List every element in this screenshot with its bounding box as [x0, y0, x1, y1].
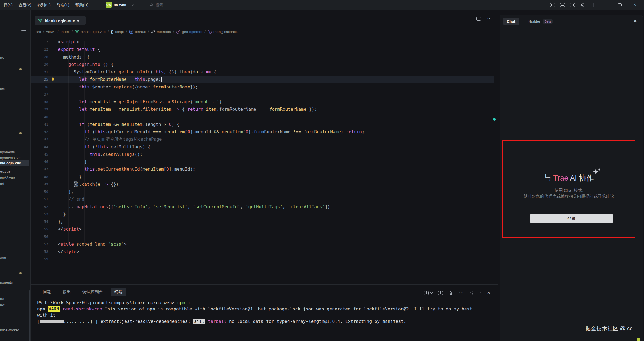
breadcrumb-item-src[interactable]: src	[36, 30, 41, 34]
sidebar-item[interactable]: orm	[0, 255, 29, 261]
chevron-down-icon[interactable]	[131, 3, 134, 6]
code-line-49[interactable]: 49 }).catch(e => {});	[31, 181, 494, 188]
breadcrumb-item-getLoginInfo[interactable]: fgetLoginInfo	[176, 30, 202, 34]
code-line-41[interactable]: 41 if (menuItem && menuItem.length > 0) …	[31, 121, 494, 128]
gutter-slot	[48, 143, 58, 151]
lightbulb-icon[interactable]	[51, 77, 55, 82]
sidebar-item[interactable]: exV2.vue	[0, 175, 29, 181]
code-line-36[interactable]: 36 this.$router.replace({name: formRoute…	[31, 83, 494, 91]
ai-tab-chat[interactable]: Chat	[503, 18, 519, 25]
close-panel-icon[interactable]: ×	[487, 290, 490, 296]
code-line-30[interactable]: 30 getLoginInfo () {	[31, 61, 494, 68]
menu-item-择(S)[interactable]: 择(S)	[1, 3, 16, 8]
code-line-43[interactable]: 43 // 单页面清空所有tags和cachePage	[31, 135, 494, 143]
code-line-59[interactable]: 59	[31, 255, 494, 263]
sidebar-item[interactable]: nts	[0, 86, 29, 92]
ai-tab-builder[interactable]: BuilderBeta	[525, 18, 556, 25]
breadcrumb-item-views[interactable]: views	[46, 30, 55, 34]
toggle-right-panel-button[interactable]	[570, 3, 575, 7]
code-line-12[interactable]: 12export default {	[31, 46, 494, 53]
lightbulb-slot[interactable]	[51, 77, 55, 83]
code-line-45[interactable]: 45 this.clearAllTags();	[31, 151, 494, 158]
breadcrumb-item-index[interactable]: index	[61, 30, 69, 34]
panel-tab-终端[interactable]: 终端	[111, 288, 126, 296]
more-actions-icon[interactable]: ⋯	[487, 17, 492, 20]
sidebar-item[interactable]: es	[0, 55, 29, 61]
code-line-57[interactable]: 57<style scoped lang="scss">	[31, 240, 494, 248]
sidebar-item[interactable]: nponents	[0, 149, 29, 155]
menu-item-帮助(H)[interactable]: 帮助(H)	[72, 3, 91, 8]
code-line-54[interactable]: 54};	[31, 218, 494, 225]
code-line-35[interactable]: 35 let formRouterName = this.page;	[31, 76, 494, 83]
restore-button[interactable]	[618, 3, 622, 6]
sidebar-item[interactable]: ort	[0, 181, 29, 187]
explorer-menu-icon[interactable]	[21, 29, 26, 33]
code-text: };	[58, 218, 63, 225]
toggle-left-panel-button[interactable]	[550, 3, 555, 7]
sidebar-item[interactable]: ne	[0, 296, 29, 302]
code-line-48[interactable]: 48 }	[31, 173, 494, 181]
toggle-bottom-panel-button[interactable]	[560, 3, 565, 7]
menu-item-转到(G)[interactable]: 转到(G)	[34, 3, 54, 8]
code-line-44[interactable]: 44 if (!this.getMultiTags) {	[31, 143, 494, 151]
close-window-button[interactable]: ×	[633, 2, 636, 8]
code-line-50[interactable]: 50 },	[31, 188, 494, 195]
code-line-7[interactable]: 7<script>	[31, 38, 494, 46]
project-badge[interactable]: OW	[106, 2, 112, 8]
trash-icon[interactable]	[449, 291, 453, 295]
code-line-51[interactable]: 51 // end	[31, 195, 494, 203]
code-line-31[interactable]: 31 SystemController.getLoginInfo(this, {…	[31, 68, 494, 76]
breadcrumb-item-default[interactable]: @default	[129, 30, 146, 34]
split-terminal-icon[interactable]	[438, 291, 443, 295]
menu-bar: 择(S)查看(V)转到(G)终端(T)帮助(H)	[1, 0, 91, 10]
unsaved-dot-icon[interactable]	[77, 20, 79, 22]
code-line-40[interactable]: 40	[31, 113, 494, 121]
gutter-slot	[48, 61, 58, 68]
more-actions-icon[interactable]: ⋯	[459, 292, 463, 294]
breadcrumb-item-thencallback[interactable]: fthen() callback	[208, 30, 238, 34]
code-line-52[interactable]: 52 ...mapMutations(['setUserInfo', 'setM…	[31, 203, 494, 210]
panel-tab-问题[interactable]: 问题	[39, 288, 55, 296]
code-line-38[interactable]: 38 let menuList = getObjectFromSessionSt…	[31, 98, 494, 106]
code-editor[interactable]: 7<script>12export default {28 methods: {…	[31, 38, 498, 275]
panel-tabs: 问题输出调试控制台终端	[39, 288, 126, 296]
panel-tab-输出[interactable]: 输出	[59, 288, 75, 296]
panel-tab-调试控制台[interactable]: 调试控制台	[78, 288, 107, 296]
gear-icon[interactable]	[580, 2, 585, 9]
code-line-55[interactable]: 55</script>	[31, 225, 494, 233]
code-line-47[interactable]: 47 this.setCurrentMenuId(menuItem[0].men…	[31, 165, 494, 173]
breadcrumb-item-script[interactable]: {}script	[111, 30, 124, 34]
sidebar-item[interactable]: ow	[0, 302, 29, 308]
code-line-46[interactable]: 46 }	[31, 158, 494, 165]
minimize-button[interactable]	[603, 5, 607, 5]
search-input[interactable]: 搜索	[150, 2, 163, 7]
terminal-output[interactable]: PS D:\Work Space\01.product\company\tcor…	[37, 300, 472, 325]
login-button[interactable]: 登录	[530, 214, 613, 223]
code-line-37[interactable]: 37	[31, 91, 494, 98]
sidebar-scrollbar[interactable]	[29, 290, 30, 341]
code-line-28[interactable]: 28 methods: {	[31, 53, 494, 61]
code-line-39[interactable]: 39 let menuItem = menuList.filter(item =…	[31, 106, 494, 113]
breadcrumb-item-blankLoginvue[interactable]: blankLogin.vue	[75, 30, 106, 34]
menu-item-查看(V)[interactable]: 查看(V)	[16, 3, 35, 8]
maximize-panel-icon[interactable]	[479, 292, 482, 295]
breadcrumb-item-methods[interactable]: methods	[151, 30, 171, 34]
sidebar-item[interactable]: rviceWorker...	[0, 327, 29, 333]
close-ai-panel-icon[interactable]: ×	[634, 18, 637, 24]
code-line-56[interactable]: 56	[31, 233, 494, 240]
project-name[interactable]: oa-web	[114, 3, 126, 7]
code-line-58[interactable]: 58</style>	[31, 248, 494, 255]
code-line-53[interactable]: 53 }	[31, 210, 494, 218]
filter-sliders-icon[interactable]	[469, 291, 474, 295]
gutter-slot	[48, 255, 58, 263]
sidebar-item-selected[interactable]: nkLogin.vue	[0, 160, 29, 166]
split-editor-icon[interactable]	[476, 17, 481, 21]
terminal-icon	[424, 291, 429, 295]
sidebar-item[interactable]: ponents	[0, 279, 29, 285]
sidebar-item[interactable]: ex.vue	[0, 168, 29, 174]
editor-tab-blankLogin[interactable]: blankLogin.vue	[35, 16, 86, 25]
launch-profile-button[interactable]	[424, 291, 432, 295]
menu-item-终端(T)[interactable]: 终端(T)	[54, 3, 72, 8]
code-line-42[interactable]: 42 if (this.getCurrentMenuId === menuIte…	[31, 128, 494, 135]
modified-dot-icon	[19, 132, 22, 134]
